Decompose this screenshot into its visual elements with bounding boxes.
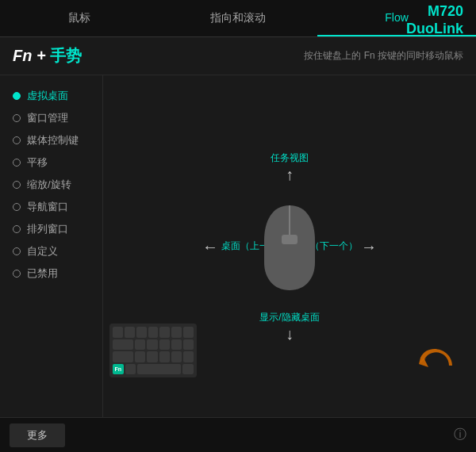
sidebar-item-arrange-window[interactable]: 排列窗口 <box>13 218 96 240</box>
sidebar: 虚拟桌面 窗口管理 媒体控制键 平移 缩放/旋转 导航窗口 <box>0 75 103 417</box>
page-title: Fn + 手势 <box>13 45 82 67</box>
key-r <box>171 339 182 350</box>
sidebar-item-media-control[interactable]: 媒体控制键 <box>13 129 96 151</box>
sidebar-item-custom[interactable]: 自定义 <box>13 240 96 262</box>
center-area: 任务视图 ↑ ↓ 显示/隐藏桌面 ← 桌面（上一个） → 桌面（下一个） <box>103 75 476 417</box>
key-space <box>137 364 181 375</box>
sidebar-item-pan[interactable]: 平移 <box>13 151 96 174</box>
undo-arrow-icon <box>413 334 460 381</box>
dot-empty-icon <box>13 136 21 144</box>
key-q <box>135 339 145 350</box>
arrow-down-icon: ↓ <box>286 326 294 342</box>
undo-arrow-area <box>413 334 460 381</box>
svg-rect-1 <box>282 235 298 244</box>
more-button[interactable]: 更多 <box>10 423 65 447</box>
key-w <box>147 339 157 350</box>
dot-filled-icon <box>13 92 21 100</box>
arrow-right-icon: → <box>361 239 377 255</box>
keyboard-area: Fn <box>109 324 197 377</box>
dot-empty-icon <box>13 203 21 211</box>
key-4 <box>148 327 159 338</box>
nav-tabs: 鼠标 指向和滚动 Flow M720 DuoLink <box>0 0 476 37</box>
sidebar-item-window-management[interactable]: 窗口管理 <box>13 107 96 129</box>
key-5 <box>159 327 170 338</box>
key-2 <box>125 327 135 338</box>
header-row: Fn + 手势 按住键盘上的 Fn 按键的同时移动鼠标 <box>0 37 476 75</box>
key-s <box>147 351 157 362</box>
bottom-bar: 更多 ⓘ <box>0 417 476 452</box>
key-7 <box>183 327 194 338</box>
key-f <box>171 351 182 362</box>
tab-mouse[interactable]: 鼠标 <box>0 0 159 36</box>
top-label: 任务视图 ↑ <box>271 151 309 182</box>
tab-pointer[interactable]: 指向和滚动 <box>159 0 317 36</box>
dot-empty-icon <box>13 181 21 189</box>
product-title: M720 DuoLink <box>406 3 463 37</box>
mouse-shape-icon <box>258 199 321 294</box>
mouse-diagram: 任务视图 ↑ ↓ 显示/隐藏桌面 ← 桌面（上一个） → 桌面（下一个） <box>202 151 377 342</box>
main-area: Fn + 手势 按住键盘上的 Fn 按键的同时移动鼠标 虚拟桌面 窗口管理 媒体… <box>0 37 476 452</box>
sidebar-item-zoom-rotate[interactable]: 缩放/旋转 <box>13 174 96 196</box>
key-a <box>135 351 145 362</box>
key-d <box>159 351 170 362</box>
fn-key: Fn <box>113 364 124 375</box>
dot-empty-icon <box>13 247 21 255</box>
key-t <box>183 339 194 350</box>
dot-empty-icon <box>13 114 21 122</box>
key-alt <box>182 364 194 375</box>
header-subtitle: 按住键盘上的 Fn 按键的同时移动鼠标 <box>304 49 463 63</box>
key-tab <box>113 339 133 350</box>
content-area: 虚拟桌面 窗口管理 媒体控制键 平移 缩放/旋转 导航窗口 <box>0 75 476 417</box>
dot-empty-icon <box>13 159 21 167</box>
bottom-label: ↓ 显示/隐藏桌面 <box>259 311 319 342</box>
sidebar-item-nav-window[interactable]: 导航窗口 <box>13 196 96 218</box>
key-ctrl <box>125 364 136 375</box>
key-3 <box>136 327 147 338</box>
info-icon[interactable]: ⓘ <box>454 427 466 443</box>
key-6 <box>171 327 182 338</box>
arrow-up-icon: ↑ <box>286 167 294 182</box>
key-g <box>183 351 194 362</box>
key-1 <box>113 327 123 338</box>
dot-empty-icon <box>13 225 21 233</box>
sidebar-item-disabled[interactable]: 已禁用 <box>13 262 96 285</box>
dot-empty-icon <box>13 270 21 278</box>
key-e <box>159 339 170 350</box>
keyboard-grid: Fn <box>109 324 197 377</box>
key-caps <box>113 351 133 362</box>
sidebar-item-virtual-desktop[interactable]: 虚拟桌面 <box>13 85 96 107</box>
arrow-left-icon: ← <box>202 239 218 255</box>
